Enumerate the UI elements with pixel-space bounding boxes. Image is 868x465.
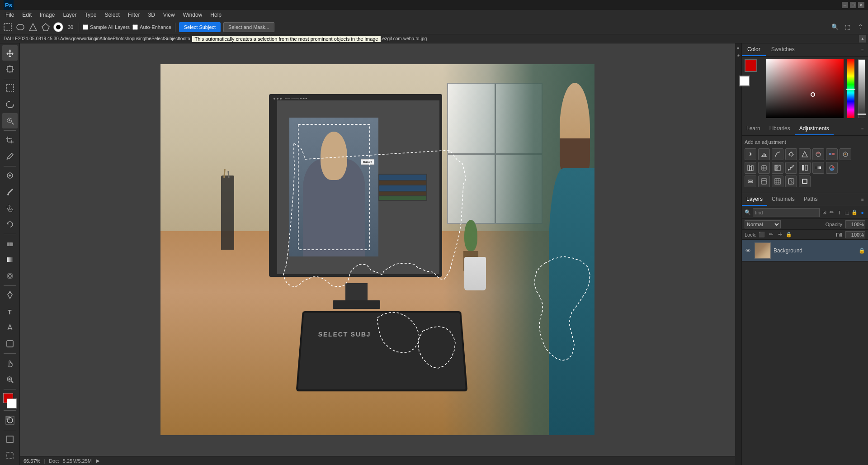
opacity-input[interactable]	[845, 220, 865, 228]
history-brush-tool[interactable]	[2, 217, 18, 232]
gradient-tool[interactable]	[2, 252, 18, 268]
select-subject-button[interactable]: Select Subject	[179, 22, 221, 32]
clone-stamp-tool[interactable]	[2, 200, 18, 216]
adj-curves[interactable]	[772, 148, 783, 160]
layers-icon-6[interactable]: ●	[859, 209, 865, 217]
close-button[interactable]: ✕	[858, 2, 864, 8]
tool-shape-1[interactable]	[3, 22, 13, 32]
color-field[interactable]	[766, 59, 844, 118]
adj-posterize[interactable]	[785, 162, 797, 174]
adj-brightness-cc[interactable]	[745, 176, 756, 187]
quick-select-tool[interactable]	[2, 113, 18, 128]
adj-black-white[interactable]	[785, 176, 797, 187]
healing-brush-tool[interactable]	[2, 168, 18, 184]
type-tool[interactable]: T	[2, 304, 18, 319]
pen-tool[interactable]	[2, 288, 18, 303]
tab-paths[interactable]: Paths	[799, 193, 822, 206]
adj-frame[interactable]	[799, 176, 811, 187]
hue-strip[interactable]	[847, 59, 854, 118]
search-icon[interactable]: 🔍	[830, 22, 840, 32]
menu-type[interactable]: Type	[81, 11, 100, 19]
maximize-button[interactable]: □	[850, 2, 856, 8]
sample-all-layers-checkbox[interactable]	[83, 24, 88, 30]
status-arrow-btn[interactable]: ▶	[95, 458, 101, 464]
adj-photo-filter[interactable]	[840, 148, 851, 160]
tab-libraries[interactable]: Libraries	[765, 123, 795, 135]
adj-threshold[interactable]	[799, 162, 811, 174]
zoom-tool[interactable]	[2, 372, 18, 387]
adj-hue-sat[interactable]	[812, 148, 824, 160]
lock-position-icon[interactable]: ✏	[767, 231, 774, 238]
panel-adjust-icon[interactable]: ◈	[736, 52, 741, 58]
auto-enhance-checkbox[interactable]	[132, 24, 138, 30]
adj-gradient-map[interactable]	[812, 162, 824, 174]
tab-adjustments[interactable]: Adjustments	[795, 123, 834, 135]
menu-file[interactable]: File	[2, 11, 18, 19]
adj-brightness[interactable]: ☀	[745, 148, 756, 160]
crop-tool[interactable]	[2, 133, 18, 148]
adj-shadow-highlight[interactable]	[758, 176, 770, 187]
layer-item-background[interactable]: 👁 Background 🔒	[742, 240, 868, 261]
adj-channel-mixer[interactable]	[745, 162, 756, 174]
layer-visibility-background[interactable]: 👁	[745, 247, 752, 254]
change-screen-mode-2[interactable]	[2, 448, 18, 463]
menu-help[interactable]: Help	[207, 11, 225, 19]
panel-color-icon[interactable]: ■	[736, 45, 741, 51]
tab-channels[interactable]: Channels	[767, 193, 799, 206]
adj-invert[interactable]	[772, 162, 783, 174]
main-canvas[interactable]: Adobe Photoshop ■ ■ ■ ■ ■	[160, 64, 594, 435]
menu-edit[interactable]: Edit	[19, 11, 35, 19]
move-tool[interactable]	[2, 45, 18, 61]
tool-shape-3[interactable]	[28, 22, 38, 32]
menu-layer[interactable]: Layer	[59, 11, 80, 19]
layers-icon-4[interactable]: ⬚	[844, 209, 850, 217]
menu-3d[interactable]: 3D	[144, 11, 158, 19]
menu-filter[interactable]: Filter	[124, 11, 144, 19]
adj-color-balance[interactable]	[826, 148, 838, 160]
layers-panel-collapse[interactable]: ≡	[859, 196, 866, 203]
brush-tool[interactable]	[2, 184, 18, 199]
artboard-tool[interactable]	[2, 62, 18, 77]
tab-layers[interactable]: Layers	[742, 193, 767, 206]
path-selection-tool[interactable]	[2, 320, 18, 336]
share-icon[interactable]: ⇧	[855, 22, 865, 32]
canvas-container[interactable]: Adobe Photoshop ■ ■ ■ ■ ■	[20, 43, 735, 456]
hand-tool[interactable]	[2, 356, 18, 371]
blend-mode-select[interactable]: Normal	[745, 220, 781, 228]
color-swatch-area[interactable]	[2, 393, 18, 408]
adj-pattern[interactable]	[772, 176, 783, 187]
tab-learn[interactable]: Learn	[742, 123, 765, 135]
brush-preview[interactable]	[53, 22, 63, 32]
tab-swatches[interactable]: Swatches	[766, 43, 800, 56]
tool-shape-4[interactable]	[41, 22, 51, 32]
background-swatch[interactable]	[739, 76, 750, 86]
layers-icon-1[interactable]: ⊡	[821, 209, 827, 217]
adj-exposure[interactable]	[785, 148, 797, 160]
auto-enhance-group[interactable]: Auto-Enhance	[132, 24, 171, 30]
workspace-icon[interactable]: ⬚	[843, 22, 853, 32]
menu-image[interactable]: Image	[36, 11, 58, 19]
adj-selective-color[interactable]	[826, 162, 838, 174]
eraser-tool[interactable]	[2, 236, 18, 251]
quick-mask-btn[interactable]	[2, 413, 18, 428]
select-and-mask-button[interactable]: Select and Mask...	[223, 22, 274, 32]
lasso-tool[interactable]	[2, 97, 18, 112]
menu-select[interactable]: Select	[101, 11, 123, 19]
layers-icon-5[interactable]: 🔒	[851, 209, 858, 217]
adj-color-lookup[interactable]	[758, 162, 770, 174]
adj-vibrance[interactable]	[799, 148, 811, 160]
layers-icon-2[interactable]: ✏	[829, 209, 835, 217]
layers-search-input[interactable]	[753, 208, 820, 217]
lock-pixels-icon[interactable]: ⬛	[758, 231, 765, 238]
fill-input[interactable]	[845, 231, 865, 238]
lock-artboard-icon[interactable]: ✛	[776, 231, 783, 238]
minimize-button[interactable]: ─	[842, 2, 848, 8]
window-controls[interactable]: ─ □ ✕	[842, 2, 864, 8]
lock-all-icon[interactable]: 🔒	[785, 231, 793, 238]
change-screen-mode[interactable]	[2, 432, 18, 447]
opacity-strip[interactable]	[858, 59, 865, 118]
menu-view[interactable]: View	[160, 11, 179, 19]
background-color[interactable]	[7, 399, 17, 408]
menu-window[interactable]: Window	[179, 11, 206, 19]
blur-tool[interactable]	[2, 268, 18, 284]
